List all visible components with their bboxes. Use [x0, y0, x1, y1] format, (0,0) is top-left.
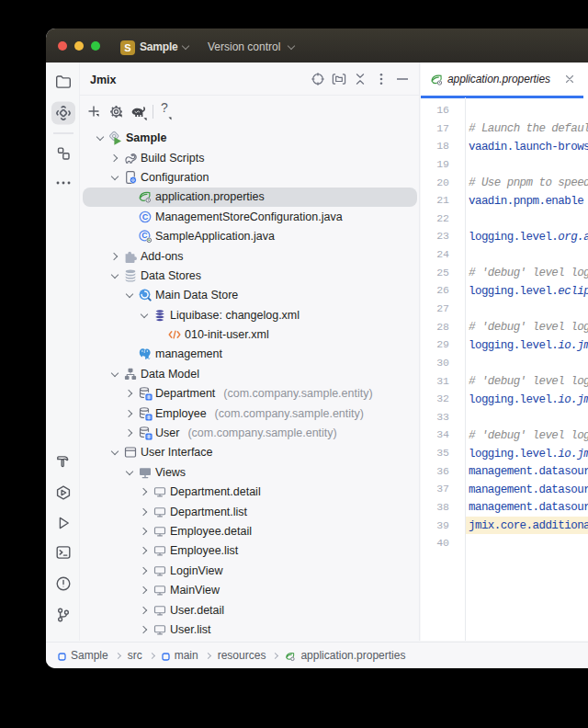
- svg-text:C: C: [141, 232, 147, 241]
- svg-text:C: C: [142, 212, 149, 222]
